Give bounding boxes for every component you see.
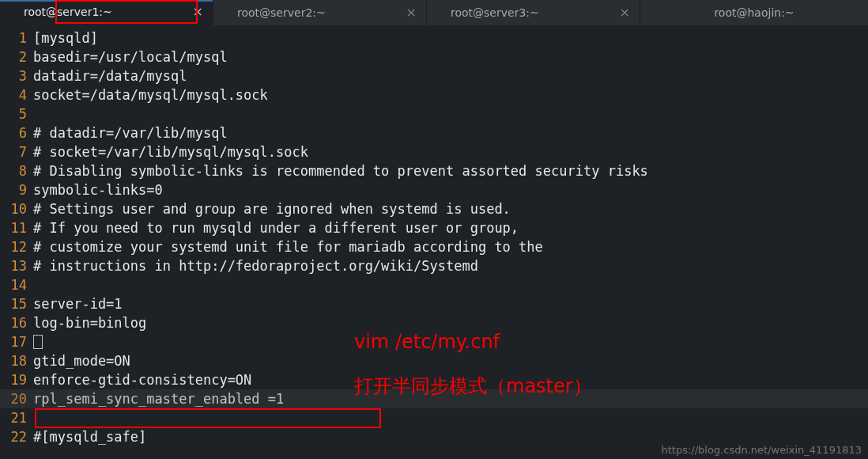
code-line[interactable]: # If you need to run mysqld under a diff… <box>33 218 868 237</box>
close-icon[interactable]: × <box>193 6 203 18</box>
line-number: 11 <box>0 218 27 237</box>
code-line[interactable] <box>33 275 868 294</box>
line-number: 20 <box>0 389 27 408</box>
line-number: 7 <box>0 142 27 161</box>
code-line[interactable]: # datadir=/var/lib/mysql <box>33 123 868 142</box>
line-number: 4 <box>0 85 27 104</box>
close-icon[interactable]: × <box>406 6 417 19</box>
code-line[interactable]: rpl_semi_sync_master_enabled =1 <box>33 389 868 408</box>
tab-haojin[interactable]: root@haojin:~ <box>640 0 868 25</box>
line-number: 12 <box>0 237 27 256</box>
cursor <box>33 335 43 349</box>
code-line[interactable]: server-id=1 <box>33 294 868 313</box>
watermark: https://blog.csdn.net/weixin_41191813 <box>661 444 862 456</box>
code-line[interactable]: gtid_mode=ON <box>33 351 868 370</box>
tab-server1[interactable]: root@server1:~ × <box>0 0 213 25</box>
code-line[interactable]: symbolic-links=0 <box>33 180 868 199</box>
code-line[interactable]: [mysqld] <box>33 28 868 47</box>
tab-server2[interactable]: root@server2:~ × <box>213 0 427 25</box>
line-number: 16 <box>0 313 27 332</box>
code-line[interactable]: # socket=/var/lib/mysql/mysql.sock <box>33 142 868 161</box>
line-number: 5 <box>0 104 27 123</box>
tab-label: root@server2:~ <box>237 6 326 19</box>
tab-server3[interactable]: root@server3:~ × <box>427 0 640 25</box>
code-line[interactable]: # Settings user and group are ignored wh… <box>33 199 868 218</box>
line-number: 19 <box>0 370 27 389</box>
tab-label: root@server1:~ <box>24 6 112 18</box>
line-number: 22 <box>0 427 27 446</box>
line-number: 3 <box>0 66 27 85</box>
code-line[interactable]: log-bin=binlog <box>33 313 868 332</box>
tab-label: root@haojin:~ <box>714 6 794 19</box>
line-number: 9 <box>0 180 27 199</box>
code-line[interactable]: enforce-gtid-consistency=ON <box>33 370 868 389</box>
line-number: 15 <box>0 294 27 313</box>
code-line[interactable]: socket=/data/mysql/mysql.sock <box>33 85 868 104</box>
code-line[interactable]: datadir=/data/mysql <box>33 66 868 85</box>
code-line[interactable]: # instructions in http://fedoraproject.o… <box>33 256 868 275</box>
tab-bar: root@server1:~ × root@server2:~ × root@s… <box>0 0 868 25</box>
tab-label: root@server3:~ <box>451 6 539 19</box>
close-icon[interactable]: × <box>620 6 630 19</box>
code-line[interactable] <box>33 104 868 123</box>
editor[interactable]: 12345678910111213141516171819202122 [mys… <box>0 25 868 446</box>
line-number: 21 <box>0 408 27 427</box>
code-line[interactable]: basedir=/usr/local/mysql <box>33 47 868 66</box>
line-number: 8 <box>0 161 27 180</box>
code-line[interactable] <box>33 408 868 427</box>
line-number: 14 <box>0 275 27 294</box>
line-number-gutter: 12345678910111213141516171819202122 <box>0 28 33 446</box>
line-number: 13 <box>0 256 27 275</box>
code-line[interactable]: # customize your systemd unit file for m… <box>33 237 868 256</box>
line-number: 10 <box>0 199 27 218</box>
line-number: 17 <box>0 332 27 351</box>
line-number: 18 <box>0 351 27 370</box>
code-line[interactable]: # Disabling symbolic-links is recommende… <box>33 161 868 180</box>
line-number: 1 <box>0 28 27 47</box>
code-line[interactable] <box>33 332 868 351</box>
code-area[interactable]: [mysqld]basedir=/usr/local/mysqldatadir=… <box>33 28 868 446</box>
line-number: 2 <box>0 47 27 66</box>
line-number: 6 <box>0 123 27 142</box>
